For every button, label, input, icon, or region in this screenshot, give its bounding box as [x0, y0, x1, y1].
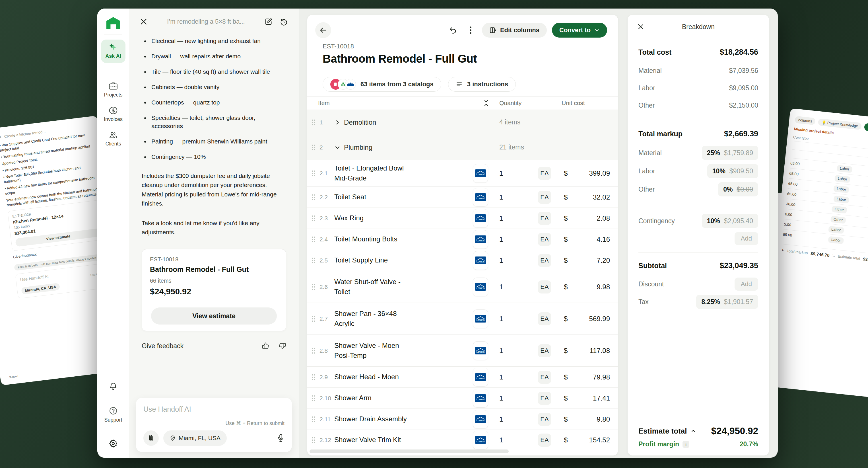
markup-other-chip[interactable]: 0% $0.00 [718, 182, 758, 197]
close-icon[interactable] [140, 18, 147, 25]
quantity-value[interactable]: 1 [493, 347, 503, 355]
item-name[interactable]: Shower Valve Trim Kit [334, 435, 401, 445]
item-name[interactable]: Toilet Supply Line [334, 255, 388, 265]
unit-chip[interactable]: EA [538, 392, 551, 405]
mic-icon[interactable] [277, 434, 284, 442]
drag-handle-icon[interactable] [311, 315, 315, 322]
sidebar-item-ask-ai[interactable]: Ask AI [101, 39, 125, 63]
table-row[interactable]: 2.11Shower Drain AssemblyLOWE'S1EA$9.80 [307, 409, 618, 430]
view-estimate-button[interactable]: View estimate [151, 308, 277, 324]
collapse-all-icon[interactable] [484, 100, 489, 106]
item-name[interactable]: Toilet - Elongated Bowl Mid-Grade [334, 164, 404, 183]
unit-cost-value[interactable]: 117.08 [589, 347, 618, 355]
item-name[interactable]: Toilet Mounting Bolts [334, 234, 397, 244]
settings-button[interactable] [109, 439, 118, 448]
add-fee-button[interactable]: Add [735, 232, 758, 245]
table-row[interactable]: 2.8Shower Valve - Moen Posi-TempLOWE'S1E… [307, 335, 618, 367]
drag-handle-icon[interactable] [311, 347, 315, 354]
unit-chip[interactable]: EA [538, 371, 551, 384]
unit-chip[interactable]: EA [538, 413, 551, 426]
item-name[interactable]: Water Shut-off Valve - Toilet [334, 277, 401, 297]
quantity-value[interactable]: 1 [493, 394, 503, 402]
new-chat-icon[interactable] [265, 18, 273, 26]
drag-handle-icon[interactable] [311, 170, 315, 176]
info-icon[interactable]: i [683, 441, 689, 448]
quantity-value[interactable]: 1 [493, 193, 503, 201]
history-icon[interactable] [280, 18, 288, 26]
drag-handle-icon[interactable] [311, 395, 315, 401]
drag-handle-icon[interactable] [311, 144, 315, 151]
chat-thread-title[interactable]: I’m remodeling a 5×8 ft ba... [155, 18, 257, 25]
table-row[interactable]: 2.5Toilet Supply LineLOWE'S1EA$7.20 [307, 250, 618, 271]
table-row[interactable]: 2.3Wax RingLOWE'S1EA$2.08 [307, 208, 618, 229]
quantity-value[interactable]: 1 [493, 214, 503, 222]
table-row[interactable]: 2.10Shower ArmLOWE'S1EA$17.41 [307, 388, 618, 409]
add-discount-button[interactable]: Add [735, 277, 758, 291]
unit-chip[interactable]: EA [538, 312, 551, 325]
table-row[interactable]: 2.7Shower Pan - 36×48 AcrylicLOWE'S1EA$5… [307, 303, 618, 335]
unit-cost-value[interactable]: 7.20 [597, 257, 618, 264]
quantity-value[interactable]: 1 [493, 373, 503, 381]
more-options-button[interactable] [464, 24, 477, 36]
close-icon[interactable] [637, 23, 644, 30]
unit-cost-value[interactable]: 154.52 [589, 436, 618, 444]
drag-handle-icon[interactable] [311, 416, 315, 422]
item-name[interactable]: Wax Ring [334, 213, 364, 223]
group-row[interactable]: 2Plumbing21 items [307, 135, 618, 160]
quantity-value[interactable]: 1 [493, 169, 503, 177]
table-row[interactable]: 2.4Toilet Mounting BoltsLOWE'S1EA$4.16 [307, 229, 618, 250]
horizontal-scrollbar[interactable] [310, 449, 509, 453]
item-name[interactable]: Shower Valve - Moen Posi-Temp [334, 341, 399, 361]
unit-cost-value[interactable]: 4.16 [597, 235, 618, 243]
unit-cost-value[interactable]: 399.09 [589, 169, 618, 177]
drag-handle-icon[interactable] [311, 437, 315, 443]
item-name[interactable]: Shower Arm [334, 393, 372, 403]
instructions-chip[interactable]: 3 instructions [448, 77, 516, 92]
drag-handle-icon[interactable] [311, 236, 315, 242]
tax-chip[interactable]: 8.25% $1,901.57 [696, 295, 758, 309]
quantity-value[interactable]: 1 [493, 283, 503, 291]
drag-handle-icon[interactable] [311, 119, 315, 125]
drag-handle-icon[interactable] [311, 284, 315, 290]
drag-handle-icon[interactable] [311, 257, 315, 264]
unit-chip[interactable]: EA [538, 254, 551, 267]
unit-chip[interactable]: EA [538, 212, 551, 225]
table-row[interactable]: 2.1Toilet - Elongated Bowl Mid-GradeLOWE… [307, 160, 618, 187]
unit-cost-value[interactable]: 79.98 [593, 373, 618, 381]
location-chip[interactable]: Miami, FL, USA [163, 431, 227, 446]
unit-cost-value[interactable]: 9.98 [597, 283, 618, 291]
thumbs-up-icon[interactable] [262, 342, 270, 350]
quantity-value[interactable]: 1 [493, 257, 503, 264]
notifications-button[interactable] [109, 382, 118, 390]
item-name[interactable]: Shower Drain Assembly [334, 414, 407, 424]
item-name[interactable]: Toilet Seat [334, 192, 366, 202]
quantity-value[interactable]: 1 [493, 415, 503, 423]
table-row[interactable]: 2.9Shower Head - MoenLOWE'S1EA$79.98 [307, 367, 618, 388]
unit-cost-value[interactable]: 32.02 [593, 193, 618, 201]
quantity-value[interactable]: 1 [493, 315, 503, 323]
sidebar-item-clients[interactable]: Clients [105, 131, 121, 147]
chat-input[interactable]: Use Handoff AI [144, 405, 284, 413]
unit-chip[interactable]: EA [538, 167, 551, 180]
estimate-total-toggle[interactable]: Estimate total [639, 427, 696, 436]
edit-columns-button[interactable]: Edit columns [482, 23, 547, 37]
drag-handle-icon[interactable] [311, 215, 315, 222]
quantity-value[interactable]: 1 [493, 235, 503, 243]
undo-button[interactable] [447, 24, 459, 36]
chevron-right-icon[interactable] [334, 119, 344, 125]
back-button[interactable] [315, 22, 331, 38]
chevron-down-icon[interactable] [334, 144, 344, 151]
unit-chip[interactable]: EA [538, 434, 551, 447]
table-row[interactable]: 2.6Water Shut-off Valve - ToiletLOWE'S1E… [307, 271, 618, 303]
unit-chip[interactable]: EA [538, 281, 551, 293]
group-row[interactable]: 1Demolition4 items [307, 110, 618, 135]
catalogs-chip[interactable]: 63 items from 3 catalogs [322, 77, 441, 92]
table-row[interactable]: 2.2Toilet SeatLOWE'S1EA$32.02 [307, 187, 618, 208]
item-name[interactable]: Shower Head - Moen [334, 372, 399, 382]
unit-chip[interactable]: EA [538, 191, 551, 204]
unit-cost-value[interactable]: 9.80 [597, 415, 618, 423]
convert-to-button[interactable]: Convert to [552, 23, 607, 37]
item-name[interactable]: Shower Pan - 36×48 Acrylic [334, 309, 397, 329]
sidebar-item-invoices[interactable]: Invoices [104, 107, 123, 122]
quantity-value[interactable]: 1 [493, 436, 503, 444]
